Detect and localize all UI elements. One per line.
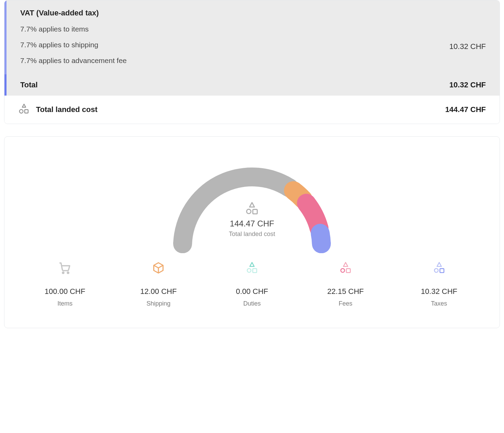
metric-shipping-value: 12.00 CHF	[140, 287, 177, 296]
metric-taxes-label: Taxes	[431, 300, 447, 307]
landed-cost-amount: 144.47 CHF	[445, 105, 486, 114]
shapes-icon	[245, 202, 259, 217]
svg-marker-11	[250, 202, 254, 207]
vat-amount: 10.32 CHF	[436, 42, 486, 51]
tax-total-amount: 10.32 CHF	[449, 81, 486, 89]
cart-icon	[58, 261, 71, 276]
gauge-label: Total landed cost	[229, 231, 275, 238]
shapes-icon	[246, 262, 258, 275]
metrics-row: 100.00 CHF Items 12.00 CHF Shipping	[18, 262, 486, 307]
tax-total-row: Total 10.32 CHF	[4, 74, 500, 96]
metric-duties-value: 0.00 CHF	[236, 287, 268, 296]
metric-fees-label: Fees	[339, 300, 352, 307]
svg-rect-24	[440, 269, 444, 273]
vat-line-advancement: 7.7% applies to advancement fee	[20, 57, 436, 65]
metric-shipping: 12.00 CHF Shipping	[112, 262, 205, 307]
vat-line-items: 7.7% applies to items	[20, 25, 436, 33]
gauge-center: 144.47 CHF Total landed cost	[229, 202, 275, 238]
metric-fees-value: 22.15 CHF	[327, 287, 364, 296]
svg-marker-22	[437, 262, 441, 267]
svg-rect-18	[253, 269, 257, 273]
svg-marker-16	[250, 262, 254, 267]
svg-marker-19	[343, 262, 348, 267]
shapes-icon	[433, 262, 445, 275]
gauge-value: 144.47 CHF	[230, 219, 274, 228]
svg-rect-13	[253, 209, 257, 214]
svg-point-20	[341, 269, 345, 272]
svg-point-10	[312, 234, 331, 253]
landed-cost-label: Total landed cost	[36, 105, 97, 114]
shapes-icon	[339, 262, 352, 275]
vat-line-shipping: 7.7% applies to shipping	[20, 41, 436, 49]
tax-total-label: Total	[20, 81, 38, 89]
svg-marker-0	[22, 104, 26, 107]
svg-point-23	[434, 269, 438, 272]
shapes-icon	[18, 103, 30, 116]
metric-shipping-label: Shipping	[146, 300, 170, 307]
metric-items: 100.00 CHF Items	[18, 262, 112, 307]
metric-duties-label: Duties	[243, 300, 261, 307]
vat-block: VAT (Value-added tax) 7.7% applies to it…	[4, 0, 500, 74]
metric-fees: 22.15 CHF Fees	[299, 262, 392, 307]
metric-items-value: 100.00 CHF	[45, 287, 85, 296]
svg-point-17	[247, 269, 251, 272]
svg-rect-2	[25, 110, 28, 113]
box-icon	[152, 262, 165, 275]
landed-cost-row: Total landed cost 144.47 CHF	[4, 96, 500, 124]
svg-rect-21	[346, 269, 350, 273]
metric-duties: 0.00 CHF Duties	[205, 262, 299, 307]
metric-items-label: Items	[57, 300, 72, 307]
svg-point-3	[173, 234, 192, 253]
vat-title: VAT (Value-added tax)	[20, 9, 486, 17]
svg-point-7	[297, 194, 316, 213]
metric-taxes-value: 10.32 CHF	[421, 287, 457, 296]
metric-taxes: 10.32 CHF Taxes	[392, 262, 486, 307]
svg-point-14	[63, 272, 64, 273]
landed-cost-chart-card: 144.47 CHF Total landed cost 100.00 CHF …	[4, 136, 500, 328]
tax-summary-card: VAT (Value-added tax) 7.7% applies to it…	[4, 0, 500, 124]
svg-point-15	[68, 272, 69, 273]
svg-point-12	[247, 209, 251, 214]
landed-cost-gauge: 144.47 CHF Total landed cost	[18, 150, 486, 238]
svg-point-1	[20, 110, 23, 113]
